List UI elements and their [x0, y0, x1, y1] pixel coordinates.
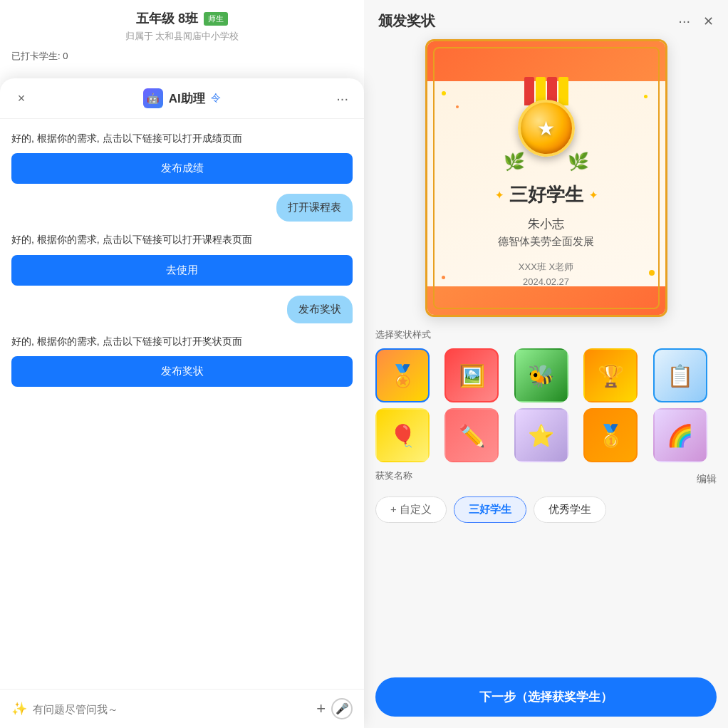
ai-panel: × 🤖 AI助理 令 ··· 好的, 根据你的需求, 点击以下链接可以打开成绩页… [0, 78, 364, 728]
award-panel-title: 颁发奖状 [378, 11, 435, 31]
template-section-label: 选择奖状样式 [375, 328, 717, 341]
template-thumb-2: 🖼️ [446, 350, 497, 401]
award-close-button[interactable]: ✕ [703, 14, 714, 29]
ai-panel-title: AI助理 [169, 90, 205, 107]
teacher-badge: 师生 [204, 12, 228, 26]
class-title: 五年级 8班 [136, 10, 198, 27]
ai-icon: 🤖 [143, 88, 163, 108]
award-name-section: 获奖名称 编辑 + 自定义 三好学生 优秀学生 [364, 469, 728, 531]
edit-link[interactable]: 编辑 [697, 473, 717, 486]
cert-top-bar [427, 41, 665, 81]
chip-row: + 自定义 三好学生 优秀学生 [375, 496, 717, 523]
use-schedule-button[interactable]: 去使用 [11, 255, 353, 286]
award-more-button[interactable]: ··· [675, 13, 693, 29]
template-thumb-5: 📋 [655, 350, 706, 401]
decor-dot-4 [649, 270, 655, 276]
template-item-10[interactable]: 🌈 [653, 408, 707, 462]
award-name-label: 获奖名称 [375, 469, 412, 482]
template-item-2[interactable]: 🖼️ [444, 348, 499, 402]
medal-star-icon: ★ [537, 117, 555, 140]
template-thumb-6: 🎈 [377, 410, 428, 461]
ai-lightning: 令 [211, 92, 221, 105]
template-item-6[interactable]: 🎈 [375, 408, 430, 462]
publish-award-button[interactable]: 发布奖状 [11, 356, 353, 387]
template-item-8[interactable]: ⭐ [514, 408, 568, 462]
cert-award-name: ✦ 三好学生 ✦ [495, 182, 598, 207]
decor-dot-2 [456, 105, 459, 108]
template-item-7[interactable]: ✏️ [444, 408, 499, 462]
template-thumb-7: ✏️ [446, 410, 497, 461]
award-header: 颁发奖状 ··· ✕ [364, 0, 728, 39]
san-hao-chip[interactable]: 三好学生 [454, 496, 526, 523]
more-button[interactable]: ··· [333, 90, 351, 107]
ai-title-group: 🤖 AI助理 令 [143, 88, 221, 108]
ai-input-bar: ✨ + 🎤 [0, 689, 364, 728]
bot-message-3: 好的, 根据你的需求, 点击以下链接可以打开奖状页面 发布奖状 [11, 333, 353, 387]
template-thumb-4: 🏆 [585, 350, 636, 401]
template-item-3[interactable]: 🐝 [514, 348, 568, 402]
cert-description: 德智体美劳全面发展 [498, 235, 594, 249]
ribbon-yellow-2 [558, 77, 568, 105]
template-grid: 🏅 🖼️ 🐝 🏆 📋 🎈 ✏️ ⭐ [375, 348, 717, 462]
user-message-1: 打开课程表 [276, 194, 353, 222]
template-thumb-9: 🥇 [585, 410, 636, 461]
cert-teacher-info: XXX班 X老师 2024.02.27 [519, 260, 573, 290]
left-panel: 五年级 8班 师生 归属于 太和县闻庙中小学校 已打卡学生: 0 × 🤖 AI助… [0, 0, 364, 728]
template-section: 选择奖状样式 🏅 🖼️ 🐝 🏆 📋 🎈 ✏️ [364, 328, 728, 469]
template-item-5[interactable]: 📋 [653, 348, 707, 402]
microphone-icon[interactable]: 🎤 [331, 698, 353, 719]
template-thumb-1: 🏅 [377, 350, 428, 401]
add-custom-chip[interactable]: + 自定义 [375, 496, 447, 523]
medal-circle: ★ [518, 100, 575, 157]
template-item-1[interactable]: 🏅 [375, 348, 430, 402]
star-right: ✦ [589, 189, 598, 201]
next-step-button[interactable]: 下一步（选择获奖学生） [375, 677, 717, 717]
star-left: ✦ [495, 189, 504, 201]
close-button[interactable]: × [13, 90, 30, 107]
template-thumb-10: 🌈 [655, 410, 706, 461]
add-icon[interactable]: + [316, 700, 326, 718]
cert-medal: ★ [511, 77, 582, 162]
class-header: 五年级 8班 师生 [136, 10, 228, 27]
award-header-right: ··· ✕ [675, 13, 714, 29]
cert-bottom-bar [427, 286, 665, 315]
certificate: ★ 🌿 🌿 ✦ 三好学生 ✦ 朱小志 德智体美劳全面发展 XXX班 X老师 [425, 39, 667, 317]
ai-sparkle-icon: ✨ [11, 701, 27, 717]
class-info: 已打卡学生: 0 [11, 50, 68, 63]
you-xiu-chip[interactable]: 优秀学生 [534, 496, 606, 523]
ai-chat-input[interactable] [33, 703, 311, 715]
bot-text-2: 好的, 根据你的需求, 点击以下链接可以打开课程表页面 [11, 232, 353, 247]
ai-panel-header: × 🤖 AI助理 令 ··· [0, 78, 364, 119]
template-thumb-8: ⭐ [516, 410, 567, 461]
certificate-preview: ★ 🌿 🌿 ✦ 三好学生 ✦ 朱小志 德智体美劳全面发展 XXX班 X老师 [364, 39, 728, 328]
decor-dot-3 [644, 95, 648, 98]
bot-message-1: 好的, 根据你的需求, 点击以下链接可以打开成绩页面 发布成绩 [11, 130, 353, 184]
decor-dot-5 [442, 276, 445, 279]
ai-chat-area: 好的, 根据你的需求, 点击以下链接可以打开成绩页面 发布成绩 打开课程表 好的… [0, 119, 364, 689]
bot-text-3: 好的, 根据你的需求, 点击以下链接可以打开奖状页面 [11, 333, 353, 349]
ribbon-red [524, 77, 534, 105]
template-thumb-3: 🐝 [516, 350, 567, 401]
user-message-2: 发布奖状 [287, 296, 353, 323]
right-panel: 颁发奖状 ··· ✕ [364, 0, 728, 728]
class-subtitle: 归属于 太和县闻庙中小学校 [125, 30, 239, 43]
bot-message-2: 好的, 根据你的需求, 点击以下链接可以打开课程表页面 去使用 [11, 232, 353, 285]
cert-student-name: 朱小志 [528, 216, 564, 232]
publish-grades-button[interactable]: 发布成绩 [11, 153, 353, 184]
template-item-4[interactable]: 🏆 [583, 348, 638, 402]
decor-dot-1 [442, 91, 446, 95]
award-name-header: 获奖名称 编辑 [375, 469, 717, 489]
template-item-9[interactable]: 🥇 [583, 408, 638, 462]
bot-text-1: 好的, 根据你的需求, 点击以下链接可以打开成绩页面 [11, 130, 353, 146]
